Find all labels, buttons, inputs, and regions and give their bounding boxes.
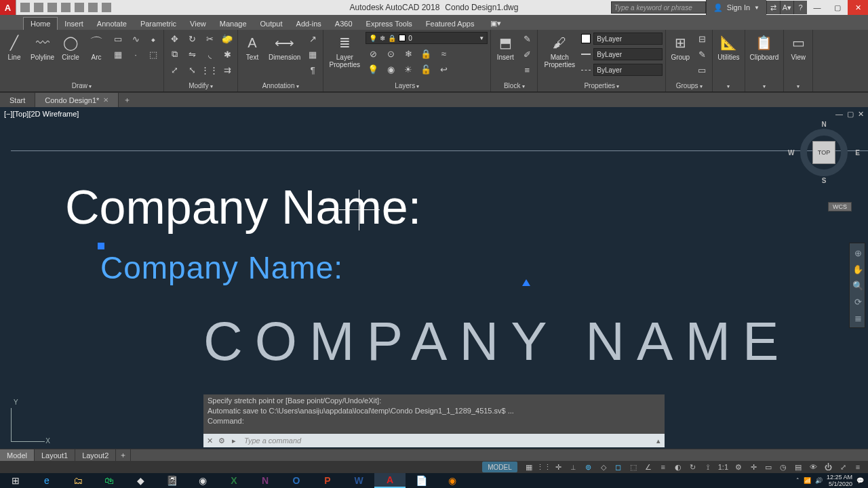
panel-utilities-title[interactable]	[715, 81, 741, 92]
pan-icon[interactable]: ✋	[851, 262, 865, 276]
point-icon[interactable]: ·	[128, 47, 143, 61]
move-icon[interactable]: ✥	[167, 32, 182, 45]
create-block-icon[interactable]: ✎	[519, 32, 534, 45]
command-close-icon[interactable]: ✕	[203, 434, 216, 447]
qat-redo-icon[interactable]	[102, 3, 111, 12]
tab-view[interactable]: View	[183, 18, 213, 30]
canvas-text-3[interactable]: COMPANY NAME	[203, 310, 791, 373]
start-button[interactable]: ⊞	[0, 473, 31, 488]
fillet-icon[interactable]: ◟	[202, 47, 217, 61]
viewport-label[interactable]: [−][Top][2D Wireframe]	[4, 110, 79, 118]
lineweight-dropdown[interactable]: ByLayer	[581, 47, 663, 61]
filetab-add-button[interactable]: ＋	[119, 95, 135, 105]
rectangle-icon[interactable]: ▭	[111, 32, 125, 45]
filetab-close-icon[interactable]: ✕	[103, 96, 108, 104]
panel-block-title[interactable]: Block	[494, 81, 534, 92]
tab-parametric[interactable]: Parametric	[134, 18, 183, 30]
match-properties-button[interactable]: 🖌Match Properties	[540, 32, 578, 70]
ellipse-icon[interactable]: ⬥	[146, 32, 161, 45]
taskbar-onenote-icon[interactable]: N	[250, 473, 281, 488]
search-input[interactable]: Type a keyword or phrase	[611, 1, 706, 14]
viewcube-face[interactable]: TOP	[812, 141, 835, 164]
ribbon-overflow-icon[interactable]: ▣▾	[484, 17, 508, 30]
ortho-icon[interactable]: ⟂	[568, 462, 580, 472]
layout-add-button[interactable]: ＋	[116, 449, 131, 461]
layfrz-icon[interactable]: ❄	[401, 47, 416, 60]
taskbar-app2-icon[interactable]: 📓	[156, 473, 187, 488]
canvas-text-2[interactable]: Company Name:	[100, 249, 343, 286]
table-icon[interactable]: ▦	[305, 47, 320, 61]
taskbar-recorder-icon[interactable]: ◉	[437, 473, 468, 488]
tab-a360[interactable]: A360	[328, 18, 359, 30]
group-edit-icon[interactable]: ✎	[694, 47, 709, 61]
layout-tab-layout1[interactable]: Layout1	[35, 449, 75, 461]
hardware-icon[interactable]: ⏻	[822, 462, 834, 472]
taskbar-chrome-icon[interactable]: ◉	[187, 473, 218, 488]
maximize-button[interactable]: ▢	[827, 0, 848, 15]
wcs-badge[interactable]: WCS	[828, 202, 852, 211]
viewcube[interactable]: TOP N S W E	[795, 123, 853, 182]
scale-readout[interactable]: 1:1	[717, 462, 730, 472]
filetab-active[interactable]: Condo Design1*✕	[35, 93, 119, 107]
cycling-icon[interactable]: ↻	[687, 462, 699, 472]
lwdisplay-icon[interactable]: ≡	[657, 462, 669, 472]
panel-groups-title[interactable]: Groups	[669, 81, 709, 92]
laythw-icon[interactable]: ☀	[401, 62, 416, 76]
layout-tab-layout2[interactable]: Layout2	[75, 449, 116, 461]
help-icon[interactable]: ?	[793, 1, 807, 14]
osnap-icon[interactable]: ◻	[612, 462, 625, 472]
qat-plot-icon[interactable]	[75, 3, 84, 12]
line-button[interactable]: ╱Line	[3, 32, 26, 62]
units-icon[interactable]: ◷	[777, 462, 789, 472]
qat-undo-icon[interactable]	[88, 3, 98, 12]
array-icon[interactable]: ⋮⋮	[202, 63, 217, 77]
ungroup-icon[interactable]: ⊟	[694, 32, 709, 45]
snapmode-icon[interactable]: ⋮⋮	[538, 462, 550, 472]
orbit-icon[interactable]: ⟳	[851, 295, 865, 308]
taskbar-ppt-icon[interactable]: P	[312, 473, 343, 488]
cleanscreen-icon[interactable]: ⤢	[837, 462, 849, 472]
viewcube-e[interactable]: E	[855, 149, 860, 157]
scale-icon[interactable]: ⤡	[184, 63, 199, 77]
linetype-dropdown[interactable]: ByLayer	[581, 63, 663, 77]
laymatch-icon[interactable]: ≈	[436, 47, 451, 60]
command-input[interactable]: Type a command	[240, 436, 652, 445]
leader-icon[interactable]: ↗	[305, 32, 320, 45]
arc-button[interactable]: ⌒Arc	[85, 32, 108, 62]
filetab-start[interactable]: Start	[0, 93, 35, 107]
layon-icon[interactable]: 💡	[366, 62, 380, 76]
vp-min-icon[interactable]: —	[835, 110, 843, 119]
taskbar-app1-icon[interactable]: ◆	[125, 473, 156, 488]
viewcube-s[interactable]: S	[822, 177, 827, 184]
3dosnap-icon[interactable]: ⬚	[627, 462, 639, 472]
tab-home[interactable]: Home	[23, 17, 58, 30]
tab-annotate[interactable]: Annotate	[90, 18, 134, 30]
command-recent-icon[interactable]: ▴	[652, 434, 665, 447]
layulk-icon[interactable]: 🔓	[418, 62, 433, 76]
minimize-button[interactable]: —	[807, 0, 827, 15]
tab-output[interactable]: Output	[254, 18, 290, 30]
stretch-icon[interactable]: ⤢	[167, 63, 182, 77]
edit-block-icon[interactable]: ✐	[519, 47, 534, 61]
panel-properties-title[interactable]: Properties	[540, 81, 663, 92]
canvas-text-1[interactable]: Company Name:	[65, 180, 421, 235]
panel-modify-title[interactable]: Modify	[167, 81, 235, 92]
otrack-icon[interactable]: ∠	[642, 462, 654, 472]
taskbar-store-icon[interactable]: 🛍	[94, 473, 125, 488]
tray-notifications-icon[interactable]: 💬	[856, 477, 864, 484]
fullnav-icon[interactable]: ⊕	[851, 246, 865, 260]
taskbar-outlook-icon[interactable]: O	[281, 473, 312, 488]
laylck-icon[interactable]: 🔒	[418, 47, 433, 60]
attr-icon[interactable]: ≡	[519, 63, 534, 77]
tab-addins[interactable]: Add-ins	[290, 18, 328, 30]
vp-close-icon[interactable]: ✕	[858, 110, 864, 119]
layer-dropdown[interactable]: 💡❄🔒 0 ▼	[366, 32, 488, 44]
taskbar-ie-icon[interactable]: e	[31, 473, 62, 488]
explode-icon[interactable]: ✱	[220, 47, 235, 61]
layout-tab-model[interactable]: Model	[0, 449, 35, 461]
tab-manage[interactable]: Manage	[213, 18, 254, 30]
signin-button[interactable]: 👤 Sign In ▼	[706, 0, 766, 15]
layuniso-icon[interactable]: ◉	[383, 62, 398, 76]
color-dropdown[interactable]: ByLayer	[581, 32, 663, 45]
group-bbox-icon[interactable]: ▭	[694, 63, 709, 77]
